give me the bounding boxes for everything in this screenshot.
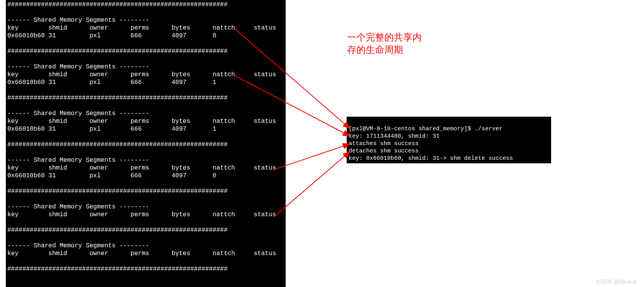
annotation-line: 一个完整的共享内 <box>347 31 422 44</box>
terminal-prompt: [pxl@VM-8-10-centos shared_memory]$ ./se… <box>349 126 503 132</box>
annotation-line: 存的生命周期 <box>347 44 422 56</box>
left-terminal: ########################################… <box>6 0 286 287</box>
terminal-line: key: 1711344480, shmid: 31 <box>349 133 440 140</box>
annotation-text: 一个完整的共享内 存的生命周期 <box>347 31 422 56</box>
arrow-line <box>275 144 350 169</box>
arrow-line <box>275 152 350 216</box>
terminal-line: detaches shm success <box>349 148 419 154</box>
right-terminal: [pxl@VM-8-10-centos shared_memory]$ ./se… <box>347 117 551 163</box>
terminal-line: attaches shm success <box>349 140 419 147</box>
watermark: CSDN @cls-evd <box>597 278 636 285</box>
terminal-line: key: 0x66010b60, shmid: 31-> shm delete … <box>349 155 513 162</box>
